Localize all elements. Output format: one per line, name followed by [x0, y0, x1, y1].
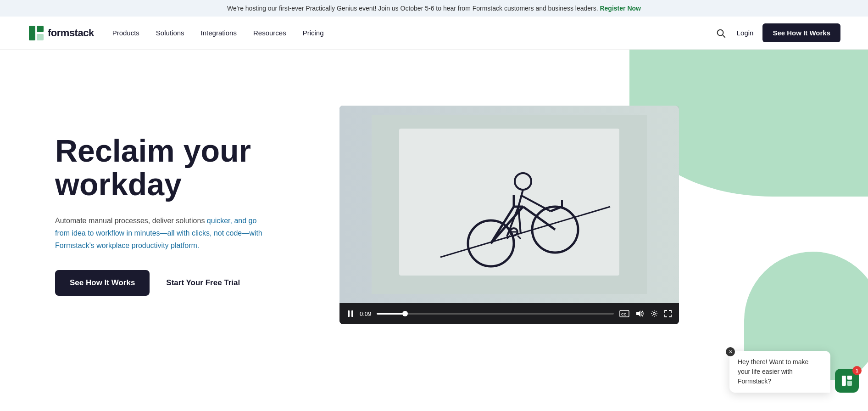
chat-badge: 1	[852, 366, 862, 375]
video-background	[339, 106, 679, 303]
hero-content-left: Reclaim your workday Automate manual pro…	[55, 134, 312, 296]
nav-pricing[interactable]: Pricing	[303, 29, 324, 37]
hero-secondary-button[interactable]: Start Your Free Trial	[166, 278, 240, 287]
hero-heading: Reclaim your workday	[55, 134, 312, 202]
video-settings-button[interactable]	[651, 310, 658, 317]
settings-icon	[651, 310, 658, 317]
svg-line-5	[723, 35, 725, 37]
hero-primary-button[interactable]: See How It Works	[55, 270, 150, 296]
svg-rect-28	[351, 310, 353, 317]
search-button[interactable]	[714, 26, 728, 40]
announcement-bar: We're hosting our first-ever Practically…	[0, 0, 868, 17]
video-pause-button[interactable]	[347, 310, 354, 317]
svg-point-32	[653, 313, 656, 315]
video-progress-fill	[377, 313, 405, 315]
nav-solutions[interactable]: Solutions	[156, 29, 184, 37]
chat-widget: ✕ Hey there! Want to make your life easi…	[729, 351, 859, 380]
video-controls: 0:09 CC	[339, 303, 679, 324]
chat-formstack-icon	[840, 374, 853, 380]
video-content-illustration	[372, 115, 647, 294]
svg-text:CC: CC	[621, 312, 627, 316]
svg-rect-27	[348, 310, 350, 317]
video-cc-button[interactable]: CC	[619, 310, 629, 317]
hero-subtext-highlight: quicker, and go from idea to workflow in…	[55, 217, 262, 249]
fullscreen-icon	[664, 310, 672, 317]
cc-icon: CC	[619, 310, 629, 317]
video-volume-button[interactable]	[636, 310, 644, 317]
hero-section: Reclaim your workday Automate manual pro…	[0, 50, 868, 380]
announcement-link[interactable]: Register Now	[600, 5, 640, 12]
nav-right: Login See How It Works	[714, 23, 840, 42]
search-icon	[716, 28, 726, 38]
logo[interactable]: formstack	[28, 24, 94, 42]
chat-bubble-wrapper: ✕ Hey there! Want to make your life easi…	[729, 351, 830, 380]
svg-rect-34	[842, 376, 846, 380]
chat-close-button[interactable]: ✕	[726, 347, 735, 356]
nav-resources[interactable]: Resources	[253, 29, 286, 37]
video-control-icons: CC	[619, 310, 672, 317]
svg-rect-3	[37, 34, 44, 40]
hero-buttons: See How It Works Start Your Free Trial	[55, 270, 312, 296]
svg-rect-35	[847, 376, 852, 380]
pause-icon	[347, 310, 354, 317]
hero-video-area: 0:09 CC	[339, 106, 840, 324]
nav-integrations[interactable]: Integrations	[201, 29, 237, 37]
video-progress-bar[interactable]	[377, 313, 614, 315]
video-fullscreen-button[interactable]	[664, 310, 672, 317]
svg-rect-7	[399, 129, 619, 276]
video-container: 0:09 CC	[339, 106, 679, 324]
chat-bubble: Hey there! Want to make your life easier…	[729, 351, 830, 380]
video-frame	[339, 106, 679, 303]
svg-marker-31	[636, 310, 640, 317]
volume-icon	[636, 310, 644, 317]
nav-links: Products Solutions Integrations Resource…	[112, 29, 714, 37]
svg-rect-1	[29, 26, 35, 40]
video-time: 0:09	[360, 310, 371, 317]
nav-products[interactable]: Products	[112, 29, 139, 37]
video-progress-dot	[402, 311, 408, 316]
nav-cta-button[interactable]: See How It Works	[762, 23, 840, 42]
navigation: formstack Products Solutions Integration…	[0, 17, 868, 50]
hero-subtext: Automate manual processes, deliver solut…	[55, 214, 266, 252]
announcement-text: We're hosting our first-ever Practically…	[227, 5, 598, 12]
svg-rect-2	[37, 26, 44, 32]
login-button[interactable]: Login	[737, 29, 754, 37]
chat-open-button[interactable]: 1	[835, 369, 859, 380]
logo-icon	[28, 24, 45, 42]
logo-text: formstack	[48, 27, 94, 39]
